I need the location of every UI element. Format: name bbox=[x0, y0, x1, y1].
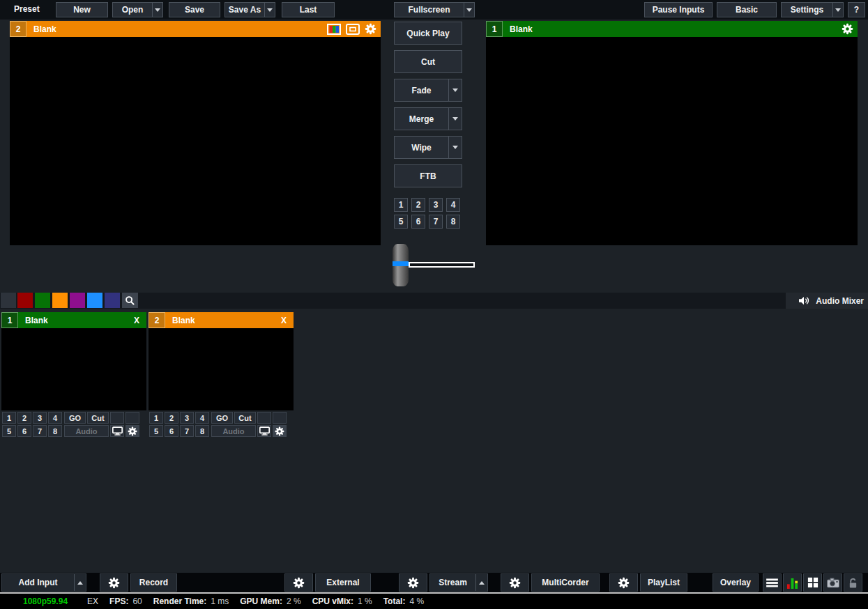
input-2-quickplay-4[interactable]: 4 bbox=[195, 412, 209, 424]
input-1-audio-button[interactable]: Audio bbox=[64, 425, 109, 437]
external-settings-button[interactable] bbox=[284, 573, 313, 592]
playlist-settings-button[interactable] bbox=[609, 573, 638, 592]
wipe-dropdown[interactable] bbox=[448, 137, 462, 158]
preview-video-area[interactable] bbox=[10, 37, 381, 245]
layout-grid-button[interactable] bbox=[803, 573, 822, 592]
input-2-cut-button[interactable]: Cut bbox=[234, 412, 256, 424]
input-2-quickplay-7[interactable]: 7 bbox=[180, 425, 194, 437]
last-button[interactable]: Last bbox=[282, 2, 335, 17]
save-as-button-label[interactable]: Save As bbox=[225, 3, 264, 17]
color-swatch[interactable] bbox=[52, 293, 68, 308]
gear-icon[interactable] bbox=[842, 23, 853, 35]
settings-button-label[interactable]: Settings bbox=[782, 3, 832, 17]
input-1-go-button[interactable]: GO bbox=[64, 412, 86, 424]
input-1-settings-button[interactable] bbox=[125, 425, 139, 437]
input-2-go-button[interactable]: GO bbox=[211, 412, 233, 424]
overlay-number-5[interactable]: 5 bbox=[394, 215, 408, 229]
color-swatch[interactable] bbox=[35, 293, 50, 308]
overlay-number-7[interactable]: 7 bbox=[429, 215, 443, 229]
input-1-quickplay-5[interactable]: 5 bbox=[2, 425, 16, 437]
gear-icon[interactable] bbox=[365, 23, 376, 35]
input-2-fullscreen-button[interactable] bbox=[257, 425, 271, 437]
overlay-number-1[interactable]: 1 bbox=[394, 198, 408, 212]
playlist-button[interactable]: PlayList bbox=[640, 573, 687, 592]
overlay-number-2[interactable]: 2 bbox=[411, 198, 425, 212]
stream-button[interactable]: Stream bbox=[429, 573, 488, 592]
input-1-quickplay-2[interactable]: 2 bbox=[17, 412, 31, 424]
merge-dropdown[interactable] bbox=[448, 108, 462, 130]
input-2-audio-button[interactable]: Audio bbox=[211, 425, 256, 437]
input-2-quickplay-1[interactable]: 1 bbox=[149, 412, 163, 424]
input-1-thumbnail[interactable] bbox=[1, 328, 146, 410]
shortcuts-menu-button[interactable] bbox=[763, 573, 782, 592]
save-button[interactable]: Save bbox=[169, 2, 220, 17]
basic-button[interactable]: Basic bbox=[717, 2, 777, 17]
color-bars-icon[interactable] bbox=[327, 24, 341, 35]
input-2-thumbnail[interactable] bbox=[149, 328, 294, 410]
multicorder-button[interactable]: MultiCorder bbox=[531, 573, 600, 592]
input-1-quickplay-7[interactable]: 7 bbox=[33, 425, 47, 437]
save-as-button[interactable]: Save As bbox=[224, 2, 275, 17]
record-settings-button[interactable] bbox=[100, 573, 128, 592]
fade-button-label[interactable]: Fade bbox=[395, 79, 448, 101]
input-1-quickplay-1[interactable]: 1 bbox=[2, 412, 16, 424]
ftb-button[interactable]: FTB bbox=[394, 164, 462, 187]
color-swatch[interactable] bbox=[87, 293, 102, 308]
quick-play-button[interactable]: Quick Play bbox=[394, 22, 462, 45]
input-2-quickplay-3[interactable]: 3 bbox=[180, 412, 194, 424]
color-swatch[interactable] bbox=[17, 293, 33, 308]
wipe-button[interactable]: Wipe bbox=[394, 136, 462, 159]
cut-button[interactable]: Cut bbox=[394, 50, 462, 73]
lock-button[interactable] bbox=[844, 573, 862, 592]
open-button-label[interactable]: Open bbox=[113, 3, 152, 17]
input-2-quickplay-5[interactable]: 5 bbox=[149, 425, 163, 437]
overlay-number-4[interactable]: 4 bbox=[446, 198, 460, 212]
open-dropdown[interactable] bbox=[152, 3, 162, 17]
record-button[interactable]: Record bbox=[130, 573, 177, 592]
color-swatch[interactable] bbox=[70, 293, 85, 308]
merge-button[interactable]: Merge bbox=[394, 107, 462, 130]
fullscreen-dropdown[interactable] bbox=[464, 3, 474, 17]
new-button[interactable]: New bbox=[56, 2, 108, 17]
input-1-quickplay-3[interactable]: 3 bbox=[33, 412, 47, 424]
input-2-settings-button[interactable] bbox=[273, 425, 287, 437]
pause-inputs-button[interactable]: Pause Inputs bbox=[644, 2, 713, 17]
stream-dropdown[interactable] bbox=[475, 574, 487, 591]
color-swatch[interactable] bbox=[1, 293, 16, 308]
open-button[interactable]: Open bbox=[112, 2, 163, 17]
input-2-title-bar[interactable]: 2 Blank X bbox=[149, 312, 294, 328]
fullscreen-button-label[interactable]: Fullscreen bbox=[395, 3, 464, 17]
add-input-dropdown[interactable] bbox=[74, 574, 86, 591]
audio-meters-button[interactable] bbox=[783, 573, 802, 592]
settings-dropdown[interactable] bbox=[832, 3, 843, 17]
add-input-button[interactable]: Add Input bbox=[1, 573, 86, 592]
fade-button[interactable]: Fade bbox=[394, 79, 462, 102]
audio-mixer-button[interactable]: Audio Mixer bbox=[786, 293, 868, 309]
add-input-button-label[interactable]: Add Input bbox=[2, 574, 74, 591]
merge-button-label[interactable]: Merge bbox=[395, 108, 448, 130]
external-button[interactable]: External bbox=[315, 573, 371, 592]
input-1-close-button[interactable]: X bbox=[134, 316, 139, 325]
program-video-area[interactable] bbox=[486, 37, 858, 245]
help-button[interactable]: ? bbox=[848, 2, 865, 17]
search-button[interactable] bbox=[122, 293, 138, 308]
overlay-button[interactable]: Overlay bbox=[713, 573, 759, 592]
overlay-number-8[interactable]: 8 bbox=[446, 215, 460, 229]
stream-button-label[interactable]: Stream bbox=[430, 574, 475, 591]
input-1-title-bar[interactable]: 1 Blank X bbox=[1, 312, 146, 328]
input-1-quickplay-6[interactable]: 6 bbox=[17, 425, 31, 437]
overlay-number-3[interactable]: 3 bbox=[429, 198, 443, 212]
snapshot-button[interactable] bbox=[823, 573, 842, 592]
save-as-dropdown[interactable] bbox=[264, 3, 275, 17]
fade-dropdown[interactable] bbox=[448, 79, 462, 101]
multicorder-settings-button[interactable] bbox=[501, 573, 529, 592]
input-1-quickplay-4[interactable]: 4 bbox=[48, 412, 62, 424]
wipe-button-label[interactable]: Wipe bbox=[395, 137, 448, 158]
input-1-cut-button[interactable]: Cut bbox=[87, 412, 109, 424]
transition-slider-track[interactable] bbox=[409, 262, 475, 268]
fullscreen-button[interactable]: Fullscreen bbox=[394, 2, 475, 17]
input-2-quickplay-8[interactable]: 8 bbox=[195, 425, 209, 437]
overlay-number-6[interactable]: 6 bbox=[411, 215, 425, 229]
input-1-fullscreen-button[interactable] bbox=[110, 425, 124, 437]
input-2-quickplay-6[interactable]: 6 bbox=[165, 425, 178, 437]
